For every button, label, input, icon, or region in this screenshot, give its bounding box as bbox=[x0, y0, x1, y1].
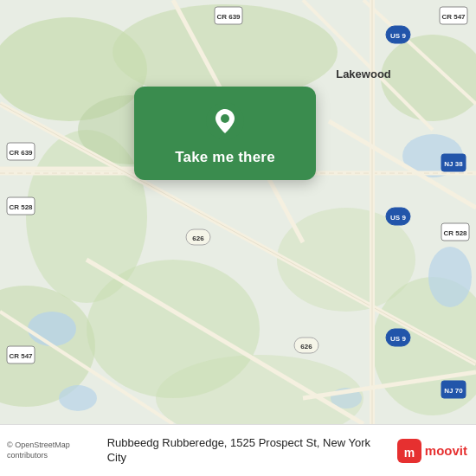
location-pin-icon bbox=[206, 102, 244, 140]
svg-text:CR 547: CR 547 bbox=[9, 352, 33, 360]
svg-text:CR 528: CR 528 bbox=[9, 203, 33, 211]
svg-text:Lakewood: Lakewood bbox=[336, 68, 391, 80]
address-label: Rubbeedg Rubberedge, 1525 Prospect St, N… bbox=[102, 436, 397, 466]
map-background: CR 639 CR 547 US 9 CR 639 CR 528 626 626… bbox=[0, 0, 476, 424]
bottom-bar: © OpenStreetMap contributors Rubbeedg Ru… bbox=[0, 424, 476, 476]
svg-text:US 9: US 9 bbox=[390, 32, 406, 40]
svg-text:CR 639: CR 639 bbox=[216, 13, 241, 21]
moovit-logo-icon: m bbox=[397, 439, 421, 463]
action-card[interactable]: Take me there bbox=[134, 87, 316, 180]
svg-text:626: 626 bbox=[300, 343, 312, 351]
svg-point-58 bbox=[221, 114, 229, 123]
map-attribution: © OpenStreetMap contributors bbox=[7, 441, 102, 460]
svg-text:NJ 70: NJ 70 bbox=[444, 387, 463, 395]
svg-point-11 bbox=[28, 312, 76, 346]
moovit-text: moovit bbox=[425, 443, 467, 458]
svg-text:626: 626 bbox=[192, 235, 204, 242]
svg-text:m: m bbox=[404, 446, 415, 460]
svg-point-14 bbox=[59, 385, 97, 411]
moovit-logo: m moovit bbox=[397, 439, 467, 463]
svg-text:CR 547: CR 547 bbox=[441, 13, 466, 21]
svg-text:NJ 38: NJ 38 bbox=[444, 160, 463, 168]
svg-text:US 9: US 9 bbox=[390, 214, 406, 222]
take-me-there-button[interactable]: Take me there bbox=[175, 149, 275, 166]
svg-text:CR 528: CR 528 bbox=[443, 229, 467, 237]
svg-text:CR 639: CR 639 bbox=[9, 149, 33, 157]
svg-text:US 9: US 9 bbox=[390, 335, 406, 343]
svg-point-13 bbox=[428, 247, 472, 307]
map-container: CR 639 CR 547 US 9 CR 639 CR 528 626 626… bbox=[0, 0, 476, 424]
